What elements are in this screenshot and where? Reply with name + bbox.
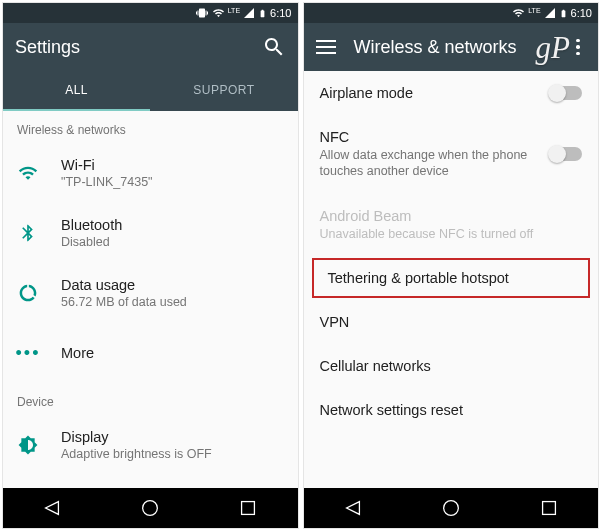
svg-rect-1 (242, 502, 255, 515)
lte-label: LTE (228, 7, 240, 14)
svg-point-2 (443, 501, 458, 516)
back-button[interactable] (342, 497, 364, 519)
search-icon[interactable] (262, 35, 286, 59)
page-title: Wireless & networks (354, 37, 571, 58)
data-usage-title: Data usage (61, 277, 284, 293)
hamburger-icon[interactable] (316, 40, 336, 54)
nfc-toggle[interactable] (550, 147, 582, 161)
status-bar: LTE 6:10 (3, 3, 298, 23)
overview-button[interactable] (237, 497, 259, 519)
data-usage-item[interactable]: Data usage 56.72 MB of data used (3, 263, 298, 323)
wifi-icon (512, 7, 525, 19)
clock: 6:10 (270, 7, 291, 19)
vpn-item[interactable]: VPN (304, 300, 599, 344)
section-header-device: Device (3, 383, 298, 415)
page-title: Settings (15, 37, 262, 58)
back-button[interactable] (41, 497, 63, 519)
beam-sub: Unavailable because NFC is turned off (320, 226, 583, 242)
nfc-title: NFC (320, 129, 539, 145)
tethering-title: Tethering & portable hotspot (328, 270, 575, 286)
bluetooth-icon (17, 222, 39, 244)
app-bar: Wireless & networks (304, 23, 599, 71)
overview-button[interactable] (538, 497, 560, 519)
nav-bar (304, 488, 599, 528)
nav-bar (3, 488, 298, 528)
settings-list: Wireless & networks Wi-Fi "TP-LINK_7435"… (3, 111, 298, 488)
bluetooth-title: Bluetooth (61, 217, 284, 233)
data-usage-icon (17, 282, 39, 304)
more-title: More (61, 345, 284, 361)
airplane-title: Airplane mode (320, 85, 539, 101)
vpn-title: VPN (320, 314, 583, 330)
vibrate-icon (195, 7, 209, 19)
status-bar: LTE 6:10 (304, 3, 599, 23)
bluetooth-item[interactable]: Bluetooth Disabled (3, 203, 298, 263)
display-icon (17, 434, 39, 456)
battery-icon (258, 7, 267, 20)
tab-support[interactable]: SUPPORT (150, 71, 297, 111)
tethering-item[interactable]: Tethering & portable hotspot (312, 258, 591, 298)
home-button[interactable] (440, 497, 462, 519)
display-sub: Adaptive brightness is OFF (61, 447, 284, 461)
tab-bar: ALL SUPPORT (3, 71, 298, 111)
signal-icon (243, 7, 255, 19)
cellular-title: Cellular networks (320, 358, 583, 374)
bluetooth-sub: Disabled (61, 235, 284, 249)
battery-icon (559, 7, 568, 20)
tab-all[interactable]: ALL (3, 71, 150, 111)
display-item[interactable]: Display Adaptive brightness is OFF (3, 415, 298, 475)
airplane-toggle[interactable] (550, 86, 582, 100)
more-item[interactable]: ••• More (3, 323, 298, 383)
wifi-item[interactable]: Wi-Fi "TP-LINK_7435" (3, 143, 298, 203)
airplane-mode-item[interactable]: Airplane mode (304, 71, 599, 115)
app-bar: Settings ALL SUPPORT (3, 23, 298, 111)
nfc-sub: Allow data exchange when the phone touch… (320, 147, 539, 180)
overflow-menu-icon[interactable] (570, 39, 586, 56)
network-reset-item[interactable]: Network settings reset (304, 388, 599, 432)
home-button[interactable] (139, 497, 161, 519)
wifi-icon (212, 7, 225, 19)
wifi-sub: "TP-LINK_7435" (61, 175, 284, 189)
wireless-networks-screen: LTE 6:10 Wireless & networks gP Airplane… (303, 2, 600, 529)
signal-icon (544, 7, 556, 19)
settings-screen: LTE 6:10 Settings ALL SUPPORT Wireless &… (2, 2, 299, 529)
svg-rect-3 (542, 502, 555, 515)
wifi-title: Wi-Fi (61, 157, 284, 173)
reset-title: Network settings reset (320, 402, 583, 418)
svg-point-0 (143, 501, 158, 516)
wifi-setting-icon (17, 162, 39, 184)
beam-title: Android Beam (320, 208, 583, 224)
display-title: Display (61, 429, 284, 445)
cellular-item[interactable]: Cellular networks (304, 344, 599, 388)
wireless-list: Airplane mode NFC Allow data exchange wh… (304, 71, 599, 488)
section-header-wireless: Wireless & networks (3, 111, 298, 143)
nfc-item[interactable]: NFC Allow data exchange when the phone t… (304, 115, 599, 194)
lte-label: LTE (528, 7, 540, 14)
notifications-item[interactable]: Notifications All apps allowed to send (3, 475, 298, 488)
more-icon: ••• (17, 342, 39, 364)
clock: 6:10 (571, 7, 592, 19)
data-usage-sub: 56.72 MB of data used (61, 295, 284, 309)
android-beam-item: Android Beam Unavailable because NFC is … (304, 194, 599, 256)
